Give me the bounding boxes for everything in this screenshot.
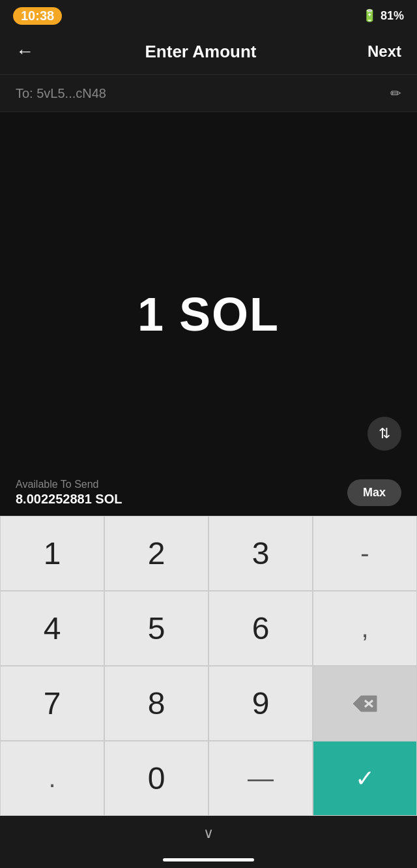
next-button[interactable]: Next — [367, 42, 401, 61]
max-button[interactable]: Max — [347, 479, 401, 506]
status-bar: 10:38 🔋 81% — [0, 0, 417, 29]
numpad-key-,[interactable]: , — [313, 591, 417, 666]
recipient-label: To: — [16, 86, 33, 100]
numpad-key-2[interactable]: 2 — [104, 516, 208, 591]
numpad-key-backspace[interactable] — [313, 666, 417, 741]
bottom-nav: ∨ — [0, 816, 417, 868]
chevron-down-icon[interactable]: ∨ — [203, 825, 214, 842]
header: ← Enter Amount Next — [0, 29, 417, 74]
numpad-key-1[interactable]: 1 — [0, 516, 104, 591]
available-amount: 8.002252881 SOL — [16, 492, 122, 507]
status-time: 10:38 — [13, 7, 62, 25]
battery-level: 81% — [381, 9, 404, 23]
numpad-key-.[interactable]: . — [0, 741, 104, 816]
home-indicator — [163, 858, 254, 861]
recipient-address: 5vL5...cN48 — [36, 86, 106, 100]
toggle-currency-button[interactable]: ⇅ — [367, 417, 401, 451]
numpad-key-8[interactable]: 8 — [104, 666, 208, 741]
recipient-row: To: 5vL5...cN48 ✏ — [0, 74, 417, 112]
numpad-key-3[interactable]: 3 — [208, 516, 313, 591]
available-row: Available To Send 8.002252881 SOL Max — [0, 472, 417, 516]
numpad-key-9[interactable]: 9 — [208, 666, 313, 741]
numpad-key-0[interactable]: 0 — [104, 741, 208, 816]
numpad-key--[interactable]: - — [313, 516, 417, 591]
battery-icon: 🔋 — [362, 8, 377, 23]
numpad-key-6[interactable]: 6 — [208, 591, 313, 666]
amount-area: 1 SOL ⇅ Available To Send 8.002252881 SO… — [0, 112, 417, 516]
recipient-text: To: 5vL5...cN48 — [16, 86, 106, 101]
page-title: Enter Amount — [145, 42, 257, 62]
numpad-key-5[interactable]: 5 — [104, 591, 208, 666]
amount-display: 1 SOL — [137, 288, 280, 341]
numpad-key-7[interactable]: 7 — [0, 666, 104, 741]
numpad-key-4[interactable]: 4 — [0, 591, 104, 666]
numpad: 123-456,789.0—✓ — [0, 516, 417, 816]
status-right: 🔋 81% — [362, 8, 404, 23]
edit-icon[interactable]: ✏ — [390, 85, 401, 101]
available-info: Available To Send 8.002252881 SOL — [16, 479, 122, 507]
available-label: Available To Send — [16, 479, 122, 490]
numpad-key-—[interactable]: — — [208, 741, 313, 816]
numpad-key-confirm[interactable]: ✓ — [313, 741, 417, 816]
back-button[interactable]: ← — [16, 42, 34, 61]
